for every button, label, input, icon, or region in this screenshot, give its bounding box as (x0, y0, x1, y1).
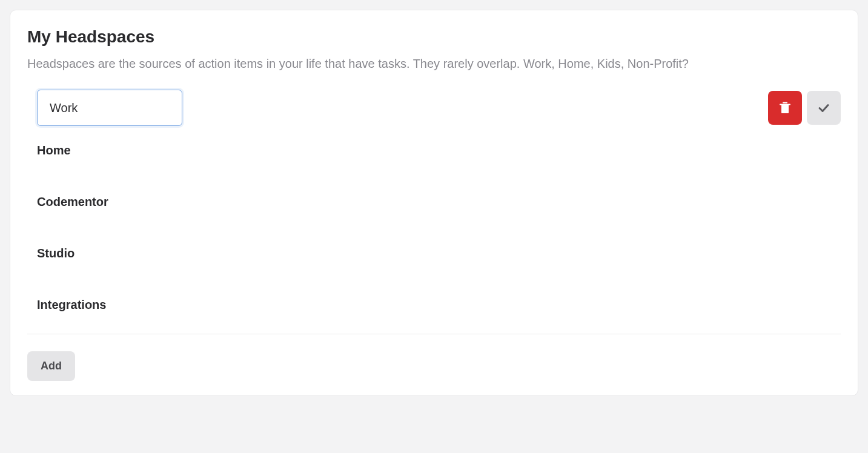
headspace-item[interactable]: Integrations (37, 298, 841, 312)
headspace-item-editing (37, 89, 841, 127)
headspaces-list: Home Codementor Studio Integrations (27, 89, 841, 312)
card-subtitle: Headspaces are the sources of action ite… (27, 55, 841, 72)
headspace-label: Home (37, 144, 71, 157)
edit-actions (768, 91, 841, 125)
add-button[interactable]: Add (27, 351, 75, 381)
confirm-button[interactable] (807, 91, 841, 125)
headspace-label: Studio (37, 246, 75, 260)
delete-button[interactable] (768, 91, 802, 125)
headspace-label: Integrations (37, 298, 106, 311)
divider (27, 334, 841, 334)
headspace-item[interactable]: Studio (37, 246, 841, 260)
card-title: My Headspaces (27, 27, 841, 47)
headspace-item[interactable]: Home (37, 144, 841, 157)
trash-icon (779, 101, 791, 114)
headspace-label: Codementor (37, 195, 108, 208)
check-icon (817, 101, 831, 115)
headspace-name-input[interactable] (37, 90, 182, 126)
headspaces-card: My Headspaces Headspaces are the sources… (10, 10, 858, 396)
headspace-item[interactable]: Codementor (37, 195, 841, 209)
